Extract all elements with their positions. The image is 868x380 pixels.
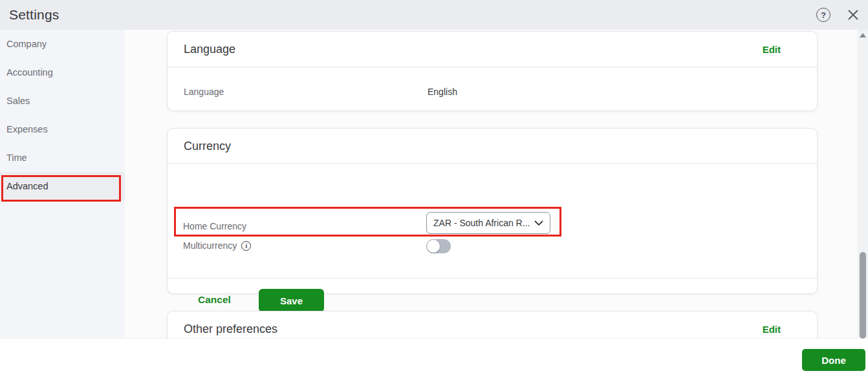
language-section-header: Language Edit [168, 32, 817, 67]
sidebar-item-expenses[interactable]: Expenses [0, 115, 125, 143]
home-currency-label: Home Currency [183, 221, 246, 231]
close-icon[interactable] [847, 9, 859, 21]
sidebar-item-time[interactable]: Time [0, 143, 125, 172]
language-row-label: Language [184, 87, 224, 97]
other-preferences-edit-button[interactable]: Edit [763, 324, 781, 335]
currency-divider [168, 278, 817, 279]
sidebar-item-advanced[interactable]: Advanced [0, 172, 125, 200]
vertical-scrollbar[interactable] [858, 30, 868, 339]
language-row-value: English [428, 87, 457, 97]
currency-section-card: Currency Home Currency ZAR - South Afric… [167, 128, 818, 294]
scrollbar-up-arrow-icon[interactable] [860, 33, 866, 37]
multicurrency-toggle[interactable] [426, 239, 451, 253]
language-section-card: Language Edit Language English [167, 31, 818, 111]
settings-sidebar: Company Accounting Sales Expenses Time A… [0, 30, 125, 337]
header-actions: ? [816, 0, 862, 30]
sidebar-item-accounting[interactable]: Accounting [0, 58, 125, 87]
sidebar-item-sales[interactable]: Sales [0, 87, 125, 115]
info-icon[interactable]: i [241, 241, 251, 251]
save-button[interactable]: Save [259, 289, 324, 312]
currency-section-header: Currency [168, 129, 817, 164]
multicurrency-label: Multicurrency [183, 240, 237, 251]
currency-section-body: Home Currency ZAR - South African R... M… [168, 164, 817, 258]
language-row: Language English [168, 67, 817, 111]
other-preferences-title: Other preferences [184, 322, 277, 336]
home-currency-dropdown-value: ZAR - South African R... [433, 218, 530, 228]
scrollbar-thumb[interactable] [860, 252, 866, 339]
currency-section-title: Currency [184, 140, 231, 153]
cancel-button[interactable]: Cancel [198, 294, 231, 306]
settings-header: Settings ? [0, 0, 868, 30]
chevron-down-icon [534, 220, 543, 226]
multicurrency-toggle-knob [427, 240, 440, 253]
page-title: Settings [9, 7, 59, 23]
sidebar-item-company[interactable]: Company [0, 30, 125, 58]
help-icon[interactable]: ? [816, 8, 830, 22]
language-section-title: Language [184, 43, 235, 56]
multicurrency-label-wrap: Multicurrency i [183, 240, 251, 251]
footer-bar: Done [0, 339, 868, 380]
home-currency-dropdown[interactable]: ZAR - South African R... [426, 212, 550, 234]
language-edit-button[interactable]: Edit [763, 44, 781, 55]
done-button[interactable]: Done [802, 349, 865, 371]
